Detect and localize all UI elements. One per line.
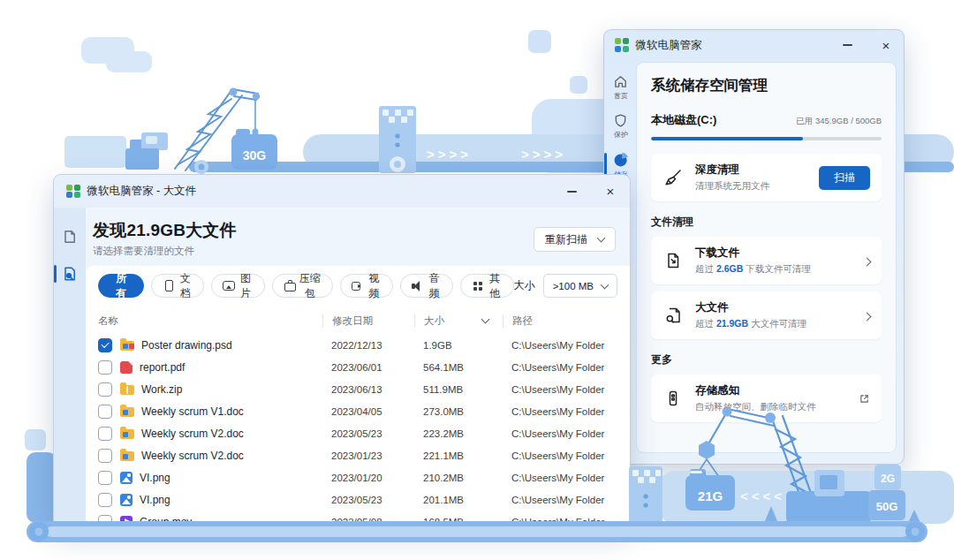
pc-manager-window: 微软电脑管家 × 首页 保护 储存 系统储存空间管理 — [603, 29, 905, 465]
file-row[interactable]: Weekly scrum V2.doc 2023/05/23 223.2MB C… — [98, 422, 617, 444]
file-row[interactable]: Weekly scrum V2.doc 2023/01/23 221.1MB C… — [98, 444, 617, 466]
deep-clean-title: 深度清理 — [695, 163, 769, 178]
filter-tab[interactable]: 所有 — [98, 274, 144, 298]
file-checkbox[interactable] — [98, 449, 112, 463]
column-name[interactable]: 名称 — [98, 314, 322, 328]
file-size: 1.9GB — [414, 340, 503, 351]
size-filter-value: >100 MB — [553, 281, 594, 291]
tower-mid — [379, 106, 416, 173]
file-row[interactable]: report.pdf 2023/06/01 564.1MB C:\Useers\… — [98, 356, 617, 378]
close-button[interactable]: × — [603, 185, 617, 199]
pcmanager-logo-icon — [66, 185, 80, 199]
filter-tab[interactable]: 音频 — [400, 274, 453, 298]
arrows-right: >>>> — [427, 147, 472, 162]
section-file-clean: 文件清理 — [651, 215, 882, 230]
main-window-title: 微软电脑管家 - 大文件 — [87, 184, 197, 199]
size-filter-label: 大小 — [514, 278, 535, 293]
file-size: 210.2MB — [414, 473, 503, 483]
file-path: C:\Useers\My Folder — [503, 362, 617, 373]
column-path[interactable]: 路径 — [503, 314, 617, 328]
filter-tab-icon — [284, 280, 293, 291]
download-file-icon — [62, 229, 78, 245]
file-path: C:\Useers\My Folder — [503, 517, 617, 526]
filter-tab-icon — [472, 280, 481, 291]
filter-tab-label: 图片 — [238, 271, 253, 301]
large-files-window: 微软电脑管家 - 大文件 × 发现21.9G — [53, 174, 631, 526]
file-size: 511.9MB — [414, 384, 503, 395]
file-type-icon — [120, 361, 132, 374]
file-date: 2023/01/20 — [322, 473, 414, 483]
home-icon — [613, 74, 628, 89]
file-checkbox[interactable] — [98, 515, 112, 526]
filter-tab-label: 压缩包 — [299, 271, 322, 301]
sidebar-item-home[interactable]: 首页 — [604, 74, 637, 102]
file-checkbox[interactable] — [98, 493, 112, 507]
file-size: 223.2MB — [414, 428, 503, 439]
file-row[interactable]: Group.mov 2023/05/08 168.5MB C:\Useers\M… — [98, 511, 617, 526]
file-name: Work.zip — [141, 383, 322, 396]
arrows-right: >>>> — [521, 147, 566, 162]
file-table: 名称 修改日期 大小 路径 Poster drawing.psd — [86, 305, 630, 526]
storage-page: 系统储存空间管理 本地磁盘(C:) 已用 345.9GB / 500GB 深度清… — [637, 63, 896, 452]
filter-tab-icon — [223, 280, 232, 291]
sidebar-item-protect[interactable]: 保护 — [604, 113, 637, 140]
rescan-button[interactable]: 重新扫描 — [534, 227, 616, 252]
filter-tab-label: 视频 — [367, 271, 382, 301]
table-header: 名称 修改日期 大小 路径 — [98, 307, 617, 334]
file-row[interactable]: VI.png 2023/05/23 201.1MB C:\Useers\My F… — [98, 488, 617, 511]
sort-chevron-icon[interactable] — [481, 315, 490, 324]
sidebar-item-large-files[interactable] — [58, 262, 81, 285]
filter-tab-icon — [352, 280, 361, 291]
filter-tab[interactable]: 视频 — [340, 274, 393, 298]
close-button[interactable]: × — [879, 38, 893, 52]
file-path: C:\Useers\My Folder — [503, 428, 617, 439]
disk-progress-fill — [651, 137, 803, 140]
storage-sense-icon — [662, 390, 684, 407]
filter-tab[interactable]: 图片 — [211, 274, 264, 298]
file-row[interactable]: Work.zip 2023/06/13 511.9MB C:\Useers\My… — [98, 378, 617, 400]
column-date[interactable]: 修改日期 — [322, 314, 414, 328]
file-size: 221.1MB — [414, 450, 503, 461]
file-date: 2023/05/08 — [322, 517, 414, 526]
file-date: 2023/01/23 — [322, 450, 414, 461]
file-size: 564.1MB — [414, 362, 503, 373]
download-files-card[interactable]: 下载文件 超过 2.6GB 下载文件可清理 — [651, 237, 882, 284]
file-checkbox[interactable] — [98, 338, 112, 352]
filter-tab[interactable]: 文档 — [151, 274, 204, 298]
sidebar-item-download-cleanup[interactable] — [58, 225, 81, 248]
file-checkbox[interactable] — [98, 382, 112, 397]
filter-tab-label: 音频 — [427, 271, 442, 301]
file-row[interactable]: VI.png 2023/01/20 210.2MB C:\Useers\My F… — [98, 466, 617, 488]
storage-sense-card[interactable]: 存储感知 自动释放空间、删除临时文件 — [651, 375, 882, 422]
size-filter-select[interactable]: >100 MB — [543, 274, 617, 298]
file-checkbox[interactable] — [98, 427, 112, 441]
storage-pie-icon — [613, 152, 629, 168]
file-date: 2023/06/01 — [322, 362, 414, 373]
file-row[interactable]: Poster drawing.psd 2022/12/13 1.9GB C:\U… — [98, 334, 617, 356]
filter-tab[interactable]: 其他 — [460, 274, 513, 298]
file-row[interactable]: Weekly scrum V1.doc 2023/04/05 273.0MB C… — [98, 400, 617, 422]
panel-titlebar: 微软电脑管家 × — [604, 30, 904, 60]
column-size[interactable]: 大小 — [414, 314, 503, 328]
file-type-icon — [120, 472, 132, 484]
file-name: Poster drawing.psd — [141, 339, 322, 352]
disk-usage: 已用 345.9GB / 500GB — [796, 116, 882, 127]
page-subtitle: 请选择需要清理的文件 — [93, 245, 237, 258]
scan-button[interactable]: 扫描 — [819, 166, 870, 190]
file-checkbox[interactable] — [98, 360, 112, 375]
disk-progress-track — [651, 137, 882, 140]
close-icon: × — [882, 39, 890, 52]
main-titlebar: 微软电脑管家 - 大文件 × — [54, 175, 630, 208]
file-name: VI.png — [140, 472, 322, 484]
minimize-button[interactable] — [840, 38, 854, 52]
filter-tab-label: 文档 — [178, 271, 193, 301]
file-checkbox[interactable] — [98, 471, 112, 485]
large-files-card[interactable]: 大文件 超过 21.9GB 大文件可清理 — [651, 291, 882, 339]
file-type-icon — [120, 516, 132, 526]
chevron-right-icon — [864, 307, 870, 323]
filter-tab[interactable]: 压缩包 — [272, 274, 333, 298]
content-header: 发现21.9GB大文件 请选择需要清理的文件 重新扫描 — [86, 208, 630, 266]
file-date: 2023/05/23 — [322, 495, 414, 505]
minimize-button[interactable] — [564, 185, 579, 199]
file-checkbox[interactable] — [98, 405, 112, 419]
